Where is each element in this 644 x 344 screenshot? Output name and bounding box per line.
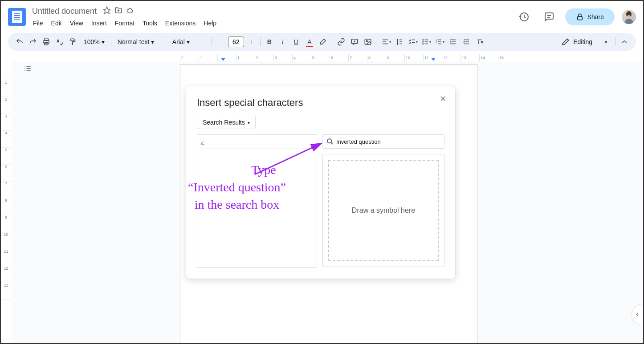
zoom-select[interactable]: 100%▾ (80, 36, 108, 48)
title-area: Untitled document File Edit View Insert … (29, 6, 515, 28)
lock-icon (576, 13, 584, 21)
svg-point-21 (423, 41, 424, 42)
cloud-status-icon[interactable] (126, 6, 134, 16)
search-input[interactable] (336, 138, 440, 145)
result-character[interactable]: ¿ (197, 135, 317, 149)
checklist-button[interactable]: ▾ (407, 36, 419, 48)
dialog-title: Insert special characters (197, 97, 444, 109)
indent-increase-button[interactable] (460, 36, 473, 48)
text-color-button[interactable]: A (303, 36, 316, 48)
clear-format-button[interactable] (473, 36, 486, 48)
vertical-ruler: 12345678910111213 (1, 54, 12, 344)
menu-tools[interactable]: Tools (139, 18, 161, 28)
collapse-toolbar-button[interactable] (618, 36, 631, 48)
redo-button[interactable] (27, 36, 39, 48)
align-button[interactable]: ▾ (380, 36, 392, 48)
menu-insert[interactable]: Insert (88, 18, 110, 28)
undo-button[interactable] (13, 36, 26, 48)
share-button[interactable]: Share (565, 8, 615, 25)
svg-rect-3 (577, 16, 582, 20)
style-select[interactable]: Normal text▾ (114, 36, 163, 48)
underline-button[interactable]: U (290, 36, 302, 48)
format-toolbar: 100%▾ Normal text▾ Arial▾ − + B I U A ▾ … (8, 33, 636, 51)
highlight-button[interactable] (317, 36, 329, 48)
pencil-icon (562, 38, 570, 46)
history-icon[interactable] (515, 8, 533, 26)
svg-point-11 (366, 40, 367, 42)
menu-extensions[interactable]: Extensions (162, 18, 199, 28)
bold-button[interactable]: B (263, 36, 276, 48)
chevron-down-icon: ▾ (151, 38, 154, 45)
menu-format[interactable]: Format (111, 18, 138, 28)
svg-point-20 (423, 40, 424, 40)
svg-line-44 (331, 142, 333, 144)
font-select[interactable]: Arial▾ (169, 36, 209, 48)
share-label: Share (587, 13, 604, 20)
line-spacing-button[interactable] (393, 36, 406, 48)
menu-view[interactable]: View (66, 18, 87, 28)
results-panel: ¿ (197, 134, 317, 268)
svg-point-43 (327, 139, 331, 143)
chevron-down-icon: ▾ (248, 120, 250, 125)
menu-file[interactable]: File (29, 18, 47, 28)
editing-mode-button[interactable]: Editing ▾ (556, 38, 612, 46)
chevron-down-icon: ▾ (187, 38, 190, 45)
numbered-list-button[interactable]: 12▾ (433, 36, 446, 48)
horizontal-ruler: 21123456789101112131415 (12, 54, 643, 61)
print-button[interactable] (40, 36, 53, 48)
image-button[interactable] (362, 36, 374, 48)
star-icon[interactable] (103, 6, 111, 16)
chevron-down-icon: ▾ (605, 40, 607, 45)
move-icon[interactable] (114, 6, 122, 16)
link-button[interactable] (335, 36, 347, 48)
bulleted-list-button[interactable]: ▾ (420, 36, 432, 48)
menu-bar: File Edit View Insert Format Tools Exten… (29, 18, 515, 28)
document-title[interactable]: Untitled document (29, 6, 99, 17)
font-size-input[interactable] (228, 36, 244, 47)
draw-placeholder: Draw a symbol here (328, 160, 439, 261)
dialog-close-button[interactable]: ✕ (437, 93, 448, 104)
font-size-decrease[interactable]: − (215, 36, 227, 48)
search-icon (326, 138, 334, 145)
menu-edit[interactable]: Edit (48, 18, 65, 28)
menu-help[interactable]: Help (200, 18, 220, 28)
user-avatar[interactable] (622, 10, 636, 24)
outline-button[interactable] (20, 61, 35, 76)
special-characters-dialog: ✕ Insert special characters Search Resul… (186, 86, 455, 279)
spellcheck-button[interactable] (53, 36, 66, 48)
font-size-increase[interactable]: + (245, 36, 257, 48)
comments-icon[interactable] (540, 8, 558, 26)
italic-button[interactable]: I (277, 36, 289, 48)
svg-rect-8 (71, 39, 74, 41)
category-dropdown[interactable]: Search Results ▾ (197, 116, 256, 129)
paint-format-button[interactable] (67, 36, 79, 48)
indent-decrease-button[interactable] (447, 36, 459, 48)
draw-panel[interactable]: Draw a symbol here (322, 154, 444, 267)
svg-marker-0 (104, 7, 110, 14)
svg-text:2: 2 (436, 41, 437, 44)
docs-logo-icon[interactable] (8, 8, 26, 26)
character-search-box[interactable] (322, 134, 444, 149)
chevron-down-icon: ▾ (102, 38, 105, 45)
comment-button[interactable] (348, 36, 361, 48)
svg-point-22 (423, 44, 424, 45)
app-header: Untitled document File Edit View Insert … (1, 1, 643, 29)
